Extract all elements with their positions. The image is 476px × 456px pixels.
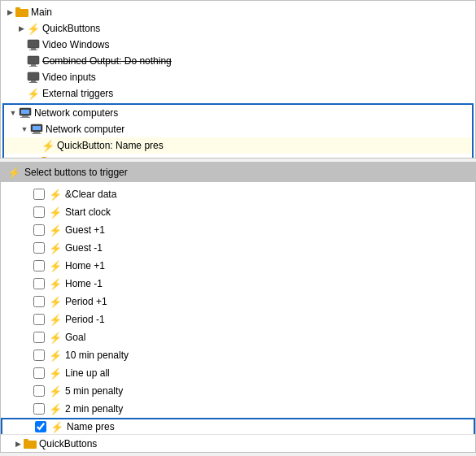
lightning-icon-5min-penalty: ⚡ [49,385,62,397]
svg-rect-18 [33,126,41,130]
label-networkcomputer: Network computer [46,124,124,135]
check-item-guest-minus1[interactable]: ⚡Guest -1 [1,239,475,257]
folder-icon-main [15,6,28,19]
folder-icon-footer [24,437,37,450]
lightning-icon-start-clock: ⚡ [49,206,62,219]
tree-item-videoinputs[interactable]: Video inputs [1,69,475,85]
bottom-header: ⚡ Select buttons to trigger [1,163,475,182]
svg-rect-14 [21,110,29,114]
lightning-icon-clear-data: ⚡ [49,189,62,201]
lightning-icon-guest-minus1: ⚡ [49,242,62,254]
checkbox-home-minus1[interactable] [33,278,45,289]
svg-rect-9 [31,80,36,82]
check-item-name-pres[interactable]: ⚡Name pres [1,418,475,434]
check-item-guest-plus1[interactable]: ⚡Guest +1 [1,221,475,239]
checklist-items-container: ⚡&Clear data⚡Start clock⚡Guest +1⚡Guest … [1,185,475,434]
tree-item-quickbuttons[interactable]: ⚡ QuickButtons [1,20,475,37]
label-main-sub: Main [57,156,78,159]
check-item-line-up-all[interactable]: ⚡Line up all [1,364,475,382]
chevron-main [4,7,15,18]
svg-rect-22 [24,439,28,442]
check-item-2min-penalty[interactable]: ⚡2 min penalty [1,400,475,418]
checkbox-period-plus1[interactable] [33,296,45,307]
check-label-5min-penalty: 5 min penalty [65,385,123,397]
check-item-period-minus1[interactable]: ⚡Period -1 [1,311,475,328]
lightning-icon-et: ⚡ [27,88,40,100]
tree-item-qb-namepres[interactable]: ⚡ QuickButton: Name pres [4,137,472,154]
monitor-icon-co [27,54,40,67]
lightning-icon-period-minus1: ⚡ [49,314,62,326]
header-label: Select buttons to trigger [24,167,128,178]
chevron-qb [15,23,27,34]
svg-rect-20 [41,157,46,159]
svg-rect-1 [15,7,20,11]
check-label-10min-penalty: 10 min penalty [65,350,129,361]
svg-rect-17 [32,133,41,134]
label-networkcomputers: Network computers [34,107,118,119]
check-item-clear-data[interactable]: ⚡&Clear data [1,185,475,203]
tree-item-videowindows[interactable]: Video Windows [1,37,475,53]
tree-item-main[interactable]: Main [1,4,475,20]
top-panel: Main ⚡ QuickButtons Video Windows [0,0,476,159]
check-item-start-clock[interactable]: ⚡Start clock [1,203,475,221]
checkbox-5min-penalty[interactable] [33,385,45,397]
check-item-goal[interactable]: ⚡Goal [1,328,475,346]
svg-rect-8 [28,72,39,80]
tree-item-externaltriggers[interactable]: ⚡ External triggers [1,85,475,102]
tree-item-main-sub[interactable]: Main [4,154,472,159]
lightning-icon-line-up-all: ⚡ [49,367,62,380]
checkbox-home-plus1[interactable] [33,260,45,271]
checkbox-goal[interactable] [33,332,45,343]
lightning-icon-goal: ⚡ [49,332,62,344]
svg-rect-6 [31,64,36,66]
check-label-guest-plus1: Guest +1 [65,224,105,236]
checkbox-clear-data[interactable] [33,189,45,200]
lightning-icon-guest-plus1: ⚡ [49,224,62,237]
checkbox-10min-penalty[interactable] [33,350,45,361]
check-item-home-plus1[interactable]: ⚡Home +1 [1,257,475,275]
check-item-5min-penalty[interactable]: ⚡5 min penalty [1,382,475,400]
bottom-footer: QuickButtons [1,434,475,452]
monitor-icon-vw [27,38,40,51]
check-label-2min-penalty: 2 min penalty [65,403,123,415]
svg-rect-2 [28,40,39,48]
checkbox-guest-plus1[interactable] [33,224,45,236]
label-videowindows: Video Windows [42,39,110,50]
checkbox-name-pres[interactable] [35,421,46,432]
tree-item-networkcomputers[interactable]: Network computers [4,105,472,121]
checkbox-line-up-all[interactable] [33,367,45,379]
chevron-ncc [19,124,30,135]
lightning-icon-home-plus1: ⚡ [49,260,62,272]
check-label-guest-minus1: Guest -1 [65,242,103,254]
check-item-home-minus1[interactable]: ⚡Home -1 [1,275,475,293]
checkbox-2min-penalty[interactable] [33,403,45,415]
highlighted-network-group: Network computers Network computer ⚡ Qui… [2,103,474,159]
checkbox-start-clock[interactable] [33,206,45,218]
tree-item-combined[interactable]: Combined Output: Do nothing [1,53,475,69]
label-quickbuttons: QuickButtons [42,23,100,34]
checklist-area[interactable]: ⚡&Clear data⚡Start clock⚡Guest +1⚡Guest … [1,182,475,434]
network-icon-nc [19,106,32,119]
svg-rect-16 [33,132,40,133]
tree-container: Main ⚡ QuickButtons Video Windows [1,1,475,159]
svg-rect-5 [28,56,39,64]
label-combined: Combined Output: Do nothing [42,55,172,67]
lightning-icon-name-pres: ⚡ [50,421,63,433]
checkbox-guest-minus1[interactable] [33,242,45,254]
svg-rect-7 [29,66,37,67]
checkbox-period-minus1[interactable] [33,314,45,325]
chevron-mainsub [30,156,41,159]
lightning-icon-header: ⚡ [7,167,20,179]
check-item-period-plus1[interactable]: ⚡Period +1 [1,293,475,311]
lightning-icon-home-minus1: ⚡ [49,278,62,290]
chevron-nc [7,107,19,119]
folder-icon-mainsub [41,155,55,159]
label-qb-namepres: QuickButton: Name pres [57,140,164,151]
check-item-10min-penalty[interactable]: ⚡10 min penalty [1,346,475,364]
monitor-icon-vi [27,71,40,84]
svg-rect-3 [31,48,36,50]
svg-rect-13 [20,117,30,118]
tree-item-networkcomputer[interactable]: Network computer [4,121,472,137]
label-main: Main [31,7,52,18]
check-label-period-plus1: Period +1 [65,296,107,307]
